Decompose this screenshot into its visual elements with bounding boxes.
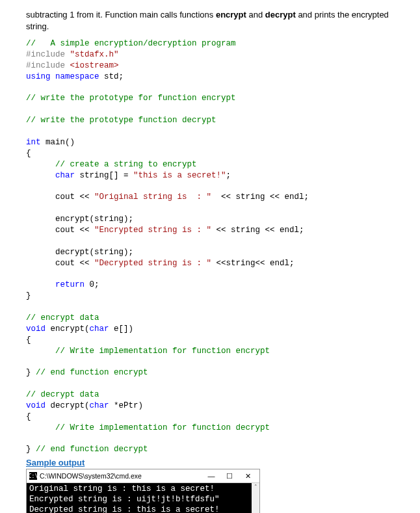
code-keyword: char [90, 324, 109, 334]
code-block: // A simple encryption/decryption progra… [26, 38, 394, 455]
console-titlebar[interactable]: C:\ C:\WINDOWS\system32\cmd.exe — ☐ ✕ [27, 469, 259, 483]
cmd-icon: C:\ [29, 472, 37, 480]
code-keyword: void [26, 324, 46, 334]
intro-paragraph: subtracting 1 from it. Function main cal… [26, 9, 394, 32]
console-output: Original string is : this is a secret! E… [27, 483, 259, 513]
code-text: <<string<< endl; [211, 259, 295, 268]
code-comment: // Write implementation for function dec… [26, 423, 270, 432]
code-text: cout << [26, 192, 94, 202]
code-string: "stdafx.h" [70, 50, 119, 59]
code-text: cout << [26, 259, 94, 268]
code-text: { [26, 149, 31, 158]
code-comment: // A simple encryption/decryption progra… [26, 39, 236, 48]
code-text: string[] = [75, 171, 133, 180]
code-text: { [26, 335, 31, 345]
code-text: } [26, 445, 36, 454]
minimize-button[interactable]: — [202, 470, 220, 482]
close-button[interactable]: ✕ [239, 470, 257, 482]
console-title: C:\WINDOWS\system32\cmd.exe [40, 472, 202, 480]
code-text: } [26, 368, 36, 377]
console-line: Original string is : this is a secret! [29, 484, 257, 495]
code-pp: #include [26, 61, 70, 70]
code-string: "Encrypted string is : " [94, 226, 211, 235]
code-text: decrypt(string); [26, 248, 133, 257]
code-text: << string << endl; [211, 192, 309, 202]
code-text: ; [226, 171, 231, 180]
code-text: *ePtr) [109, 401, 144, 410]
code-comment: // write the prototype function decrypt [26, 116, 217, 125]
scrollbar[interactable]: ˄ ˅ [252, 483, 259, 513]
code-keyword: return [26, 280, 85, 289]
code-text: main() [41, 138, 75, 147]
code-pp: #include [26, 50, 70, 59]
code-text: encrypt( [46, 324, 90, 334]
code-comment: // Write implementation for function enc… [26, 347, 270, 356]
intro-bold1: encrypt [216, 10, 246, 20]
sample-heading: Sample output [26, 458, 394, 467]
code-text: encrypt(string); [26, 215, 133, 224]
code-keyword: using [26, 72, 51, 81]
code-keyword: char [26, 171, 75, 180]
code-comment: // write the prototype for function encr… [26, 94, 236, 103]
maximize-button[interactable]: ☐ [220, 470, 239, 482]
code-text: std; [99, 72, 124, 81]
scroll-up-icon[interactable]: ˄ [252, 483, 259, 491]
code-text: << string << endl; [211, 226, 304, 235]
code-include: <iostream> [70, 61, 119, 70]
code-comment: // end function decrypt [36, 445, 148, 454]
code-keyword: char [90, 401, 109, 410]
code-string: "Original string is : " [94, 192, 211, 202]
code-keyword: int [26, 138, 41, 147]
console-line: Decrypted string is : this is a secret! [29, 505, 257, 513]
code-comment: // end function encrypt [36, 368, 148, 377]
intro-mid: and [246, 10, 265, 20]
code-text: { [26, 412, 31, 421]
code-keyword: namespace [51, 72, 99, 81]
code-text: e[]) [109, 324, 134, 334]
code-text: 0; [85, 280, 99, 289]
console-window: C:\ C:\WINDOWS\system32\cmd.exe — ☐ ✕ Or… [26, 469, 260, 513]
code-comment: // create a string to encrypt [26, 160, 197, 169]
intro-text: subtracting 1 from it. Function main cal… [26, 10, 216, 20]
code-keyword: void [26, 401, 46, 410]
intro-bold2: decrypt [265, 10, 296, 20]
code-comment: // encrypt data [26, 313, 99, 322]
code-text: } [26, 291, 31, 300]
code-string: "this is a secret!" [133, 171, 226, 180]
code-text: decrypt( [46, 401, 90, 410]
code-text: cout << [26, 226, 94, 235]
console-line: Encrypted string is : uijt!jt!b!tfdsfu" [29, 495, 257, 505]
code-comment: // decrypt data [26, 390, 99, 399]
code-string: "Decrypted string is : " [94, 259, 211, 268]
